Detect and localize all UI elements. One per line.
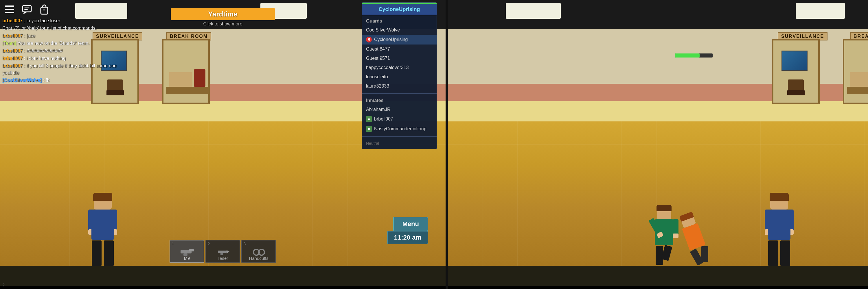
- player-lonoscleito[interactable]: lonoscleito: [362, 72, 437, 81]
- yardtime-sublabel: Click to show more: [171, 22, 275, 27]
- chat-line-2: Chat '/?', or '/help' for a list of chat…: [2, 25, 124, 32]
- chat-name-3: brbell007: [2, 33, 23, 38]
- health-bar-container: [675, 53, 713, 58]
- weapon-hotbar: 1 M9 2 Taser 3: [169, 240, 276, 263]
- chat-name-6: brbell007: [2, 56, 23, 61]
- svg-rect-0: [5, 5, 14, 7]
- svg-rect-17: [258, 252, 260, 253]
- chat-line-5: brbell007 : ##############: [2, 47, 124, 54]
- weapon-slot-number-3: 3: [244, 242, 246, 246]
- chat-text-1: : in you face loser: [24, 18, 60, 23]
- guards-section-header: Guards: [362, 17, 437, 26]
- guard-icon-nasty: ■: [366, 126, 372, 132]
- player-nastycommander[interactable]: ■ NastyCommandercoltonp: [362, 124, 437, 134]
- svg-rect-11: [183, 253, 187, 256]
- chat-text-8: : fk: [43, 78, 49, 83]
- player-laura32333[interactable]: laura32333: [362, 81, 437, 91]
- top-hud-icons: [3, 3, 50, 15]
- chat-text-5: : ##############: [24, 48, 62, 53]
- inmates-section-header: Inmates: [362, 96, 437, 105]
- svg-rect-1: [5, 9, 14, 10]
- svg-rect-8: [43, 9, 45, 10]
- breakroom-door: [162, 39, 210, 104]
- right-ceiling-light-2: [796, 3, 845, 19]
- player-list-header: CycloneUprising: [362, 4, 437, 15]
- inmates-section: Inmates AbrahamJR ■ brbell007 ■ NastyCom…: [362, 95, 437, 135]
- ceiling-light-1: [75, 3, 127, 19]
- neutral-section: Neutral: [362, 138, 437, 149]
- chat-icon[interactable]: [21, 3, 33, 15]
- chat-name-1: brbell007: [2, 18, 23, 23]
- chat-line-4: [Team] You are now on the 'Guards!' team…: [2, 40, 124, 47]
- chat-name-5: brbell007: [2, 48, 23, 53]
- weapon-name-2: Taser: [218, 256, 228, 261]
- player-list-dropdown: CycloneUprising Guards CoolSilverWolve R…: [362, 2, 437, 149]
- right-ceiling-light-1: [506, 3, 561, 19]
- chat-box: brbell007 : in you face loser Chat '/?',…: [2, 17, 124, 84]
- menu-button[interactable]: Menu: [393, 217, 428, 231]
- chat-line-8: [CoolSilverWolve] : fk: [2, 77, 124, 84]
- svg-rect-7: [41, 7, 48, 14]
- weapon-name-3: Handcuffs: [249, 256, 268, 261]
- game-viewport-left: SURVEILLANCE BREAK ROOM: [0, 0, 445, 289]
- chat-line-7: brbell007 : if you kill 3 people if they…: [2, 63, 124, 76]
- weapon-slot-3[interactable]: 3 Handcuffs: [241, 240, 276, 263]
- falling-character: [683, 212, 706, 265]
- surveillance-door-right: [772, 39, 820, 104]
- chat-name-7: brbell007: [2, 63, 23, 68]
- chat-line-3: brbell007 : [ace: [2, 32, 124, 39]
- chat-text-3: : [ace: [24, 33, 35, 38]
- chat-text-4: You are now on the 'Guards!' team.: [18, 41, 89, 46]
- version-label: ?: [2, 283, 5, 287]
- svg-rect-5: [24, 7, 30, 8]
- weapon-slot-number-1: 1: [172, 242, 174, 246]
- player-brbell007[interactable]: ■ brbell007: [362, 114, 437, 124]
- fight-character: [651, 205, 677, 265]
- menu-hamburger-icon[interactable]: [3, 3, 16, 15]
- bottom-bar-right: [448, 266, 868, 289]
- yardtime-banner[interactable]: Yardtime Click to show more: [171, 8, 275, 27]
- weapon-slot-1[interactable]: 1 M9: [169, 240, 204, 263]
- yardtime-bar[interactable]: Yardtime: [171, 8, 275, 20]
- player-guest8477[interactable]: Guest 8477: [362, 44, 437, 54]
- weapon-slot-2[interactable]: 2 Taser: [206, 240, 240, 263]
- svg-rect-2: [5, 12, 14, 13]
- yardtime-label: Yardtime: [208, 10, 237, 18]
- bottom-bar-left: [0, 266, 445, 289]
- player-coolsilverwolve[interactable]: CoolSilverWolve: [362, 26, 437, 35]
- section-divider-2: [362, 136, 437, 137]
- weapon-slot-number-2: 2: [208, 242, 210, 246]
- player-cycloneuprising[interactable]: R CycloneUprising: [362, 35, 437, 44]
- chat-line-6: brbell007 : i dont have nothing: [2, 55, 124, 62]
- guard-icon-brbell: ■: [366, 116, 372, 122]
- section-divider-1: [362, 93, 437, 94]
- roblox-r-icon: R: [366, 37, 372, 42]
- neutral-section-header: Neutral: [362, 139, 437, 147]
- chat-text-2: Chat '/?', or '/help' for a list of chat…: [2, 26, 97, 31]
- time-display: 11:20 am: [387, 231, 428, 244]
- chat-line-1: brbell007 : in you face loser: [2, 17, 124, 24]
- svg-rect-6: [24, 9, 28, 10]
- svg-rect-3: [23, 5, 31, 12]
- svg-rect-14: [220, 253, 223, 255]
- player-character: [87, 193, 119, 266]
- weapon-name-1: M9: [184, 256, 190, 261]
- player-abrahamjr[interactable]: AbrahamJR: [362, 105, 437, 114]
- guards-section: Guards CoolSilverWolve R CycloneUprising…: [362, 15, 437, 92]
- chat-name-4: [Team]: [2, 41, 16, 46]
- player-guest9571[interactable]: Guest 9571: [362, 54, 437, 63]
- chat-text-6: : i dont have nothing: [24, 56, 66, 61]
- svg-rect-12: [218, 251, 226, 253]
- svg-marker-13: [226, 250, 229, 253]
- game-viewport-right: SURVEILLANCE BREAK ROOM: [448, 0, 868, 289]
- breakroom-door-right: [843, 39, 868, 104]
- backpack-icon[interactable]: [38, 3, 50, 15]
- player-character-right: [763, 193, 795, 266]
- chat-name-8: [CoolSilverWolve]: [2, 78, 42, 83]
- screen-divider: [445, 0, 448, 289]
- svg-rect-10: [189, 249, 194, 251]
- player-happycocoalover[interactable]: happycocoalover313: [362, 63, 437, 72]
